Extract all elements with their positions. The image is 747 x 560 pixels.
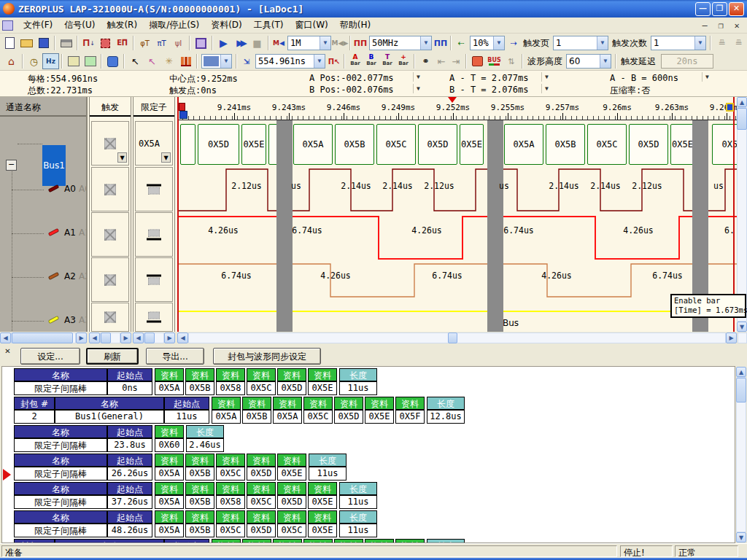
a-bar-icon[interactable]: ABar [347,54,363,69]
sample-freq-combo[interactable]: 50MHz ▼ [369,36,432,50]
frequency-view-button[interactable]: Hz [42,53,59,69]
packet-panel-close-icon[interactable]: ✕ [3,347,12,357]
packet-export-button[interactable]: 导出... [146,348,204,365]
stop-button[interactable]: ■ [249,35,266,51]
close-button[interactable]: ✕ [729,2,744,16]
chevron-down-icon[interactable]: ▼ [597,36,608,50]
qualifier-cell-0[interactable]: 0X5A▼ [135,121,173,166]
b-pos-dropdown[interactable]: ▼ [413,84,423,93]
mdi-minimize-button[interactable]: – [699,20,711,31]
plus-bar-icon[interactable]: +Bar [395,54,411,69]
scroll-right-button[interactable]: ▶ [120,332,131,343]
a-pos-dropdown[interactable]: ▼ [413,72,423,82]
listing-window-button[interactable] [82,53,98,69]
a-b-dropdown[interactable]: ▼ [702,72,712,82]
navigator-button[interactable] [104,53,121,69]
menu-item-7[interactable]: 帮助(H) [334,18,376,33]
menu-item-6[interactable]: 窗口(W) [289,18,333,33]
channel-row-A3[interactable]: A3A3 [0,315,88,327]
wave-mode-combo[interactable]: ▼ [201,54,232,69]
menu-item-2[interactable]: 触发(R) [101,18,143,33]
trigger-count-button[interactable]: πT [153,35,170,51]
scroll-left-button[interactable]: ◀ [177,332,188,343]
open-file-button[interactable] [18,35,35,51]
trigger-pos-right-icon[interactable]: ⇢ [506,35,521,51]
channel-row-A2[interactable]: A2A2 [0,271,88,283]
chevron-down-icon[interactable]: ▼ [694,36,705,50]
memory-page-icon[interactable]: M◀ [271,35,286,51]
scroll-thumb[interactable] [101,332,111,343]
scroll-left-button[interactable]: ◀ [89,332,100,343]
packet-list[interactable]: 名称起始点资料资料资料资料资料资料长度限定子间隔棒0ns0X5A0X5B0X58… [1,366,735,543]
mdi-close-button[interactable]: ✕ [731,20,743,31]
trigger-count-combo[interactable]: 1 ▼ [651,36,706,50]
trigger-position-combo[interactable]: 10% ▼ [470,36,505,50]
packet-refresh-button[interactable]: 刷新 [86,348,139,365]
wave-height-combo[interactable]: 60 ▼ [566,54,611,69]
a-bar-line[interactable] [177,97,179,332]
find-button[interactable]: ⚭ [417,53,434,69]
waveform-area[interactable]: 9.241ms9.243ms9.246ms9.249ms9.252ms9.255… [177,97,737,332]
chevron-down-icon[interactable]: ▼ [600,55,611,68]
packet-sync-button[interactable]: 封包与波形同步设定 [213,348,321,365]
chevron-down-icon[interactable]: ▼ [220,55,231,68]
scroll-up-button[interactable]: ▲ [737,97,747,107]
scroll-up-button[interactable]: ▲ [736,367,746,377]
memory-depth-combo[interactable]: 1M ▼ [287,36,331,50]
scroll-thumb[interactable] [448,332,457,343]
a-t-dropdown[interactable]: ▼ [541,72,551,82]
trigger-edge-button[interactable]: E𝚷 [114,35,131,51]
trigger-cell-1[interactable] [91,167,129,211]
maximize-button[interactable]: ❐ [712,2,727,16]
qualifier-cell-1[interactable] [135,167,173,211]
zoom-cursor-button[interactable]: ↖ [144,53,160,69]
mdi-restore-button[interactable]: ❐ [715,20,727,31]
scroll-left-button[interactable]: ◀ [133,332,144,343]
save-button[interactable] [35,35,52,51]
time-display-button[interactable] [469,53,486,69]
scroll-down-button[interactable]: ▼ [737,322,747,332]
menu-item-5[interactable]: 工具(T) [248,18,290,33]
packet-list-scrollbar[interactable]: ▲▼ [736,367,746,542]
hand-tool-button[interactable]: ✳ [160,53,177,69]
bus-setup-button[interactable] [193,35,209,51]
channel-row-A1[interactable]: A1A1 [0,228,88,239]
scroll-thumb[interactable] [736,378,746,402]
chevron-down-icon[interactable]: ▼ [493,36,504,50]
trigger-cell-4[interactable] [91,303,129,332]
trigger-cell-0[interactable]: ▼ [91,121,129,166]
menu-item-1[interactable]: 信号(U) [58,18,101,33]
bus-expander[interactable]: − [6,160,17,171]
trigger-range-button[interactable]: ψI [170,35,187,51]
menu-item-4[interactable]: 资料(D) [205,18,248,33]
scroll-thumb[interactable] [144,332,155,343]
trigger-mark-button[interactable]: 𝚷↓ [80,35,97,51]
chevron-down-icon[interactable]: ▼ [420,36,431,50]
scroll-right-button[interactable]: ▶ [76,332,87,343]
bus-node[interactable]: Bus1 [42,145,66,186]
trigger-wave-icon[interactable]: Π↖ [327,53,341,69]
trigger-page-combo[interactable]: 1 ▼ [553,36,608,50]
select-cursor-button[interactable]: ↖ [127,53,144,69]
new-file-button[interactable] [1,35,18,51]
interval-combo[interactable]: 554.961ns ▼ [255,54,325,69]
b-bar-flag[interactable] [179,111,187,119]
menu-item-0[interactable]: 文件(F) [18,18,58,33]
run-button[interactable]: ▶ [215,35,232,51]
channel-row-A0[interactable]: A0A0 [0,184,88,195]
packet-settings-button[interactable]: 设定... [20,348,80,365]
sampling-setup-button[interactable] [97,35,114,51]
print-button[interactable] [58,35,74,51]
b-t-dropdown[interactable]: ▼ [541,84,551,93]
center-point-marker[interactable] [448,97,457,103]
minimize-button[interactable]: — [695,2,711,16]
trigger-cell-2[interactable] [91,212,129,257]
scroll-right-button[interactable]: ▶ [726,332,737,343]
scroll-down-button[interactable]: ▼ [736,532,746,542]
menu-item-3[interactable]: 撷取/停止(S) [143,18,205,33]
bar-chart-button[interactable] [177,53,194,69]
bus-display-button[interactable]: BUS [486,53,503,69]
qualifier-cell-3[interactable] [135,257,173,302]
qualifier-cell-4[interactable] [135,303,173,332]
scroll-right-button[interactable]: ▶ [164,332,175,343]
